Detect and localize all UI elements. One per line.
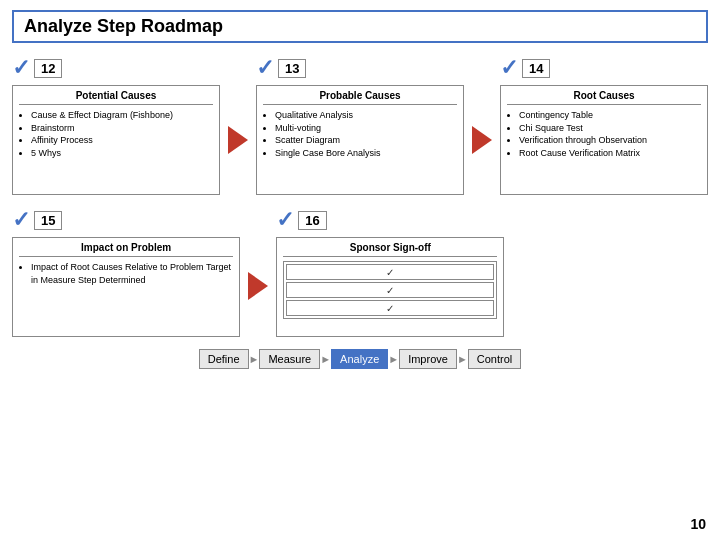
list-item: 5 Whys — [31, 147, 213, 160]
red-arrow-icon — [228, 126, 248, 154]
bottom-row: ✓ 15 Impact on Problem Impact of Root Ca… — [12, 207, 708, 337]
page-title: Analyze Step Roadmap — [24, 16, 223, 36]
step-num-15: 15 — [34, 211, 62, 230]
step-15-header: ✓ 15 — [12, 207, 240, 233]
list-item: Chi Square Test — [519, 122, 701, 135]
bottom-nav: Define ► Measure ► Analyze ► Improve ► C… — [12, 349, 708, 369]
step-15-list: Impact of Root Causes Relative to Proble… — [19, 261, 233, 286]
list-item: Brainstorm — [31, 122, 213, 135]
step-16: ✓ 16 Sponsor Sign-off ✓ ✓ ✓ — [276, 207, 504, 337]
step-14-list: Contingency Table Chi Square Test Verifi… — [507, 109, 701, 159]
nav-analyze[interactable]: Analyze — [331, 349, 388, 369]
spacer — [512, 207, 708, 337]
top-row: ✓ 12 Potential Causes Cause & Effect Dia… — [12, 55, 708, 195]
step-13-header: ✓ 13 — [256, 55, 464, 81]
step-14-header: ✓ 14 — [500, 55, 708, 81]
table-row: ✓ — [286, 300, 494, 316]
step-15-content: Impact on Problem Impact of Root Causes … — [12, 237, 240, 337]
step-14-content: Root Causes Contingency Table Chi Square… — [500, 85, 708, 195]
chevron-4: ► — [457, 353, 468, 365]
chevron-2: ► — [320, 353, 331, 365]
step-num-16: 16 — [298, 211, 326, 230]
sponsor-table: ✓ ✓ ✓ — [283, 261, 497, 319]
step-15: ✓ 15 Impact on Problem Impact of Root Ca… — [12, 207, 240, 337]
step-16-label: Sponsor Sign-off — [283, 242, 497, 257]
list-item: Impact of Root Causes Relative to Proble… — [31, 261, 233, 286]
list-item: Single Case Bore Analysis — [275, 147, 457, 160]
list-item: Scatter Diagram — [275, 134, 457, 147]
page-number: 10 — [690, 516, 706, 532]
checkmark-13: ✓ — [256, 55, 274, 81]
sponsor-check-2: ✓ — [386, 285, 394, 296]
step-16-content: Sponsor Sign-off ✓ ✓ ✓ — [276, 237, 504, 337]
step-15-label: Impact on Problem — [19, 242, 233, 257]
step-13-list: Qualitative Analysis Multi-voting Scatte… — [263, 109, 457, 159]
step-13-label: Probable Causes — [263, 90, 457, 105]
chevron-3: ► — [388, 353, 399, 365]
nav-improve[interactable]: Improve — [399, 349, 457, 369]
step-12-list: Cause & Effect Diagram (Fishbone) Brains… — [19, 109, 213, 159]
nav-measure[interactable]: Measure — [259, 349, 320, 369]
step-14-label: Root Causes — [507, 90, 701, 105]
table-row: ✓ — [286, 264, 494, 280]
title-box: Analyze Step Roadmap — [12, 10, 708, 43]
list-item: Contingency Table — [519, 109, 701, 122]
step-13-content: Probable Causes Qualitative Analysis Mul… — [256, 85, 464, 195]
step-13: ✓ 13 Probable Causes Qualitative Analysi… — [256, 55, 464, 195]
red-arrow-icon-3 — [248, 272, 268, 300]
sponsor-check-3: ✓ — [386, 303, 394, 314]
page-container: Analyze Step Roadmap ✓ 12 Potential Caus… — [0, 0, 720, 540]
arrow-2 — [472, 55, 492, 195]
list-item: Multi-voting — [275, 122, 457, 135]
step-12-content: Potential Causes Cause & Effect Diagram … — [12, 85, 220, 195]
step-12-label: Potential Causes — [19, 90, 213, 105]
list-item: Cause & Effect Diagram (Fishbone) — [31, 109, 213, 122]
step-12: ✓ 12 Potential Causes Cause & Effect Dia… — [12, 55, 220, 195]
red-arrow-icon-2 — [472, 126, 492, 154]
step-num-12: 12 — [34, 59, 62, 78]
list-item: Affinity Process — [31, 134, 213, 147]
table-row: ✓ — [286, 282, 494, 298]
chevron-1: ► — [249, 353, 260, 365]
checkmark-15: ✓ — [12, 207, 30, 233]
list-item: Qualitative Analysis — [275, 109, 457, 122]
step-12-header: ✓ 12 — [12, 55, 220, 81]
arrow-1 — [228, 55, 248, 195]
arrow-3 — [248, 207, 268, 337]
step-16-header: ✓ 16 — [276, 207, 504, 233]
sponsor-check-1: ✓ — [386, 267, 394, 278]
list-item: Verification through Observation — [519, 134, 701, 147]
nav-define[interactable]: Define — [199, 349, 249, 369]
checkmark-16: ✓ — [276, 207, 294, 233]
checkmark-12: ✓ — [12, 55, 30, 81]
step-num-14: 14 — [522, 59, 550, 78]
checkmark-14: ✓ — [500, 55, 518, 81]
list-item: Root Cause Verification Matrix — [519, 147, 701, 160]
step-num-13: 13 — [278, 59, 306, 78]
nav-control[interactable]: Control — [468, 349, 521, 369]
step-14: ✓ 14 Root Causes Contingency Table Chi S… — [500, 55, 708, 195]
